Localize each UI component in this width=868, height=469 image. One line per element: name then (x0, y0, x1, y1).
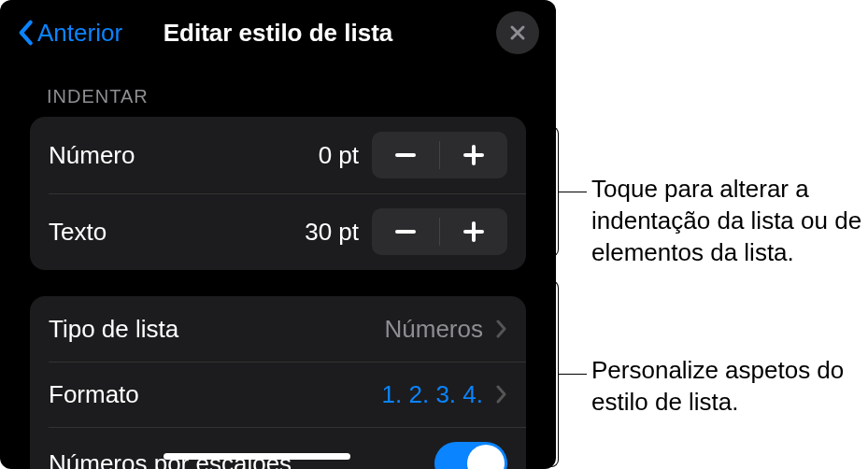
indent-number-decrease[interactable] (372, 132, 439, 178)
back-label: Anterior (37, 19, 122, 48)
format-value: 1. 2. 3. 4. (382, 380, 483, 409)
plus-icon (463, 221, 484, 242)
svg-rect-2 (463, 153, 484, 157)
svg-rect-3 (395, 230, 416, 234)
callout-indent: Toque para alterar a indentação da lista… (591, 174, 868, 268)
indent-text-label: Texto (49, 218, 284, 247)
edit-list-style-panel: Anterior Editar estilo de lista INDENTAR… (0, 0, 556, 469)
tiered-numbers-toggle[interactable] (434, 442, 507, 469)
chevron-right-icon (496, 319, 507, 339)
close-icon (508, 23, 527, 42)
callout-bracket-1 (542, 126, 559, 257)
minus-icon (395, 153, 416, 157)
plus-icon (463, 145, 484, 165)
tiered-numbers-row: Números por escalões (30, 427, 526, 469)
chevron-right-icon (496, 384, 507, 405)
toggle-knob (467, 445, 505, 469)
panel-title: Editar estilo de lista (164, 19, 393, 48)
format-label: Formato (49, 380, 382, 409)
back-button[interactable]: Anterior (17, 19, 122, 48)
list-type-label: Tipo de lista (49, 315, 385, 344)
callout-bracket-2 (542, 280, 559, 467)
indent-text-value[interactable]: 30 pt (284, 218, 359, 247)
indent-number-value[interactable]: 0 pt (284, 141, 359, 170)
format-row[interactable]: Formato 1. 2. 3. 4. (30, 362, 526, 427)
indent-number-increase[interactable] (440, 132, 507, 178)
callout-style: Personalize aspetos do estilo de lista. (591, 355, 868, 419)
callout-line-2 (559, 374, 587, 375)
chevron-left-icon (17, 20, 34, 46)
indent-text-stepper (372, 208, 507, 255)
indent-text-row: Texto 30 pt (30, 193, 526, 270)
svg-rect-0 (395, 153, 416, 157)
minus-icon (395, 230, 416, 234)
list-style-group: Tipo de lista Números Formato 1. 2. 3. 4… (30, 296, 526, 469)
list-type-value: Números (385, 315, 483, 344)
indent-number-row: Número 0 pt (30, 117, 526, 193)
section-header-indent: INDENTAR (0, 65, 556, 117)
indent-number-stepper (372, 132, 507, 178)
callout-line-1 (559, 192, 587, 192)
close-button[interactable] (496, 11, 539, 54)
panel-header: Anterior Editar estilo de lista (0, 0, 556, 65)
indent-text-decrease[interactable] (372, 208, 439, 255)
list-type-row[interactable]: Tipo de lista Números (30, 296, 526, 362)
indent-text-increase[interactable] (440, 208, 507, 255)
indent-group: Número 0 pt Texto 30 pt (30, 117, 526, 270)
scroll-indicator[interactable] (164, 453, 350, 460)
svg-rect-5 (463, 230, 484, 234)
indent-number-label: Número (49, 141, 284, 170)
